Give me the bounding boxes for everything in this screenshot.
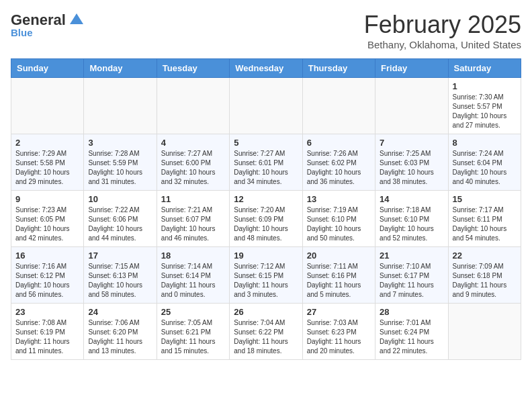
weekday-header-sunday: Sunday bbox=[11, 59, 84, 78]
day-number: 3 bbox=[88, 138, 152, 148]
calendar-cell bbox=[84, 78, 157, 134]
day-info: Sunrise: 7:12 AM Sunset: 6:15 PM Dayligh… bbox=[234, 262, 298, 300]
calendar-cell: 17Sunrise: 7:15 AM Sunset: 6:13 PM Dayli… bbox=[84, 247, 157, 304]
day-info: Sunrise: 7:25 AM Sunset: 6:03 PM Dayligh… bbox=[380, 149, 443, 187]
day-number: 10 bbox=[88, 194, 152, 204]
calendar-cell: 22Sunrise: 7:09 AM Sunset: 6:18 PM Dayli… bbox=[448, 247, 521, 304]
day-info: Sunrise: 7:08 AM Sunset: 6:19 PM Dayligh… bbox=[15, 318, 79, 356]
weekday-header-saturday: Saturday bbox=[448, 59, 521, 78]
day-number: 9 bbox=[15, 194, 79, 204]
day-number: 5 bbox=[234, 138, 298, 148]
calendar-cell: 5Sunrise: 7:27 AM Sunset: 6:01 PM Daylig… bbox=[230, 134, 302, 191]
weekday-header-thursday: Thursday bbox=[302, 59, 375, 78]
week-row-5: 23Sunrise: 7:08 AM Sunset: 6:19 PM Dayli… bbox=[11, 304, 521, 360]
calendar-cell: 6Sunrise: 7:26 AM Sunset: 6:02 PM Daylig… bbox=[302, 134, 375, 191]
week-row-1: 1Sunrise: 7:30 AM Sunset: 5:57 PM Daylig… bbox=[11, 78, 521, 134]
location: Bethany, Oklahoma, United States bbox=[364, 39, 521, 50]
day-number: 20 bbox=[307, 250, 371, 261]
day-number: 16 bbox=[15, 250, 79, 261]
title-block: February 2025 Bethany, Oklahoma, United … bbox=[364, 11, 521, 50]
calendar-cell: 16Sunrise: 7:16 AM Sunset: 6:12 PM Dayli… bbox=[11, 247, 84, 304]
calendar-cell bbox=[302, 78, 375, 134]
day-info: Sunrise: 7:19 AM Sunset: 6:10 PM Dayligh… bbox=[307, 205, 371, 243]
calendar-cell bbox=[11, 78, 84, 134]
day-number: 26 bbox=[234, 307, 298, 317]
day-number: 27 bbox=[307, 307, 371, 317]
calendar-cell: 19Sunrise: 7:12 AM Sunset: 6:15 PM Dayli… bbox=[230, 247, 302, 304]
weekday-header-row: SundayMondayTuesdayWednesdayThursdayFrid… bbox=[11, 59, 521, 78]
day-number: 6 bbox=[307, 138, 371, 148]
calendar-cell: 4Sunrise: 7:27 AM Sunset: 6:00 PM Daylig… bbox=[157, 134, 229, 191]
day-info: Sunrise: 7:03 AM Sunset: 6:23 PM Dayligh… bbox=[307, 318, 371, 356]
calendar-cell: 2Sunrise: 7:29 AM Sunset: 5:58 PM Daylig… bbox=[11, 134, 84, 191]
weekday-header-wednesday: Wednesday bbox=[230, 59, 302, 78]
day-info: Sunrise: 7:17 AM Sunset: 6:11 PM Dayligh… bbox=[453, 205, 517, 243]
day-info: Sunrise: 7:05 AM Sunset: 6:21 PM Dayligh… bbox=[161, 318, 225, 356]
calendar-cell: 3Sunrise: 7:28 AM Sunset: 5:59 PM Daylig… bbox=[84, 134, 157, 191]
calendar-cell: 20Sunrise: 7:11 AM Sunset: 6:16 PM Dayli… bbox=[302, 247, 375, 304]
day-info: Sunrise: 7:23 AM Sunset: 6:05 PM Dayligh… bbox=[15, 205, 79, 243]
calendar-cell: 27Sunrise: 7:03 AM Sunset: 6:23 PM Dayli… bbox=[302, 304, 375, 360]
day-number: 1 bbox=[453, 81, 517, 91]
calendar-cell: 7Sunrise: 7:25 AM Sunset: 6:03 PM Daylig… bbox=[375, 134, 448, 191]
day-number: 2 bbox=[15, 138, 79, 148]
calendar-cell: 28Sunrise: 7:01 AM Sunset: 6:24 PM Dayli… bbox=[375, 304, 448, 360]
calendar-cell: 14Sunrise: 7:18 AM Sunset: 6:10 PM Dayli… bbox=[375, 191, 448, 247]
day-info: Sunrise: 7:21 AM Sunset: 6:07 PM Dayligh… bbox=[161, 205, 225, 243]
day-number: 28 bbox=[380, 307, 443, 317]
calendar-cell bbox=[375, 78, 448, 134]
day-number: 15 bbox=[453, 194, 517, 204]
calendar-cell: 8Sunrise: 7:24 AM Sunset: 6:04 PM Daylig… bbox=[448, 134, 521, 191]
weekday-header-monday: Monday bbox=[84, 59, 157, 78]
calendar-cell: 9Sunrise: 7:23 AM Sunset: 6:05 PM Daylig… bbox=[11, 191, 84, 247]
month-title: February 2025 bbox=[364, 11, 521, 39]
day-info: Sunrise: 7:01 AM Sunset: 6:24 PM Dayligh… bbox=[380, 318, 443, 356]
calendar-cell: 1Sunrise: 7:30 AM Sunset: 5:57 PM Daylig… bbox=[448, 78, 521, 134]
calendar-cell: 11Sunrise: 7:21 AM Sunset: 6:07 PM Dayli… bbox=[157, 191, 229, 247]
day-number: 12 bbox=[234, 194, 298, 204]
logo-icon bbox=[67, 11, 86, 30]
day-info: Sunrise: 7:24 AM Sunset: 6:04 PM Dayligh… bbox=[453, 149, 517, 187]
calendar-cell: 15Sunrise: 7:17 AM Sunset: 6:11 PM Dayli… bbox=[448, 191, 521, 247]
svg-marker-0 bbox=[70, 13, 83, 24]
day-info: Sunrise: 7:06 AM Sunset: 6:20 PM Dayligh… bbox=[88, 318, 152, 356]
calendar-cell: 25Sunrise: 7:05 AM Sunset: 6:21 PM Dayli… bbox=[157, 304, 229, 360]
day-number: 22 bbox=[453, 250, 517, 261]
day-number: 11 bbox=[161, 194, 225, 204]
day-number: 13 bbox=[307, 194, 371, 204]
day-number: 23 bbox=[15, 307, 79, 317]
calendar-cell: 10Sunrise: 7:22 AM Sunset: 6:06 PM Dayli… bbox=[84, 191, 157, 247]
day-number: 17 bbox=[88, 250, 152, 261]
week-row-2: 2Sunrise: 7:29 AM Sunset: 5:58 PM Daylig… bbox=[11, 134, 521, 191]
day-info: Sunrise: 7:15 AM Sunset: 6:13 PM Dayligh… bbox=[88, 262, 152, 300]
day-number: 8 bbox=[453, 138, 517, 148]
day-info: Sunrise: 7:27 AM Sunset: 6:00 PM Dayligh… bbox=[161, 149, 225, 187]
calendar-cell: 21Sunrise: 7:10 AM Sunset: 6:17 PM Dayli… bbox=[375, 247, 448, 304]
calendar-cell: 23Sunrise: 7:08 AM Sunset: 6:19 PM Dayli… bbox=[11, 304, 84, 360]
day-info: Sunrise: 7:10 AM Sunset: 6:17 PM Dayligh… bbox=[380, 262, 443, 300]
page-header: General Blue February 2025 Bethany, Okla… bbox=[11, 11, 521, 50]
logo-blue: Blue bbox=[11, 27, 33, 38]
logo: General Blue bbox=[11, 11, 86, 38]
day-info: Sunrise: 7:14 AM Sunset: 6:14 PM Dayligh… bbox=[161, 262, 225, 300]
calendar-table: SundayMondayTuesdayWednesdayThursdayFrid… bbox=[11, 58, 521, 360]
day-info: Sunrise: 7:29 AM Sunset: 5:58 PM Dayligh… bbox=[15, 149, 79, 187]
calendar-cell bbox=[230, 78, 302, 134]
weekday-header-friday: Friday bbox=[375, 59, 448, 78]
day-number: 24 bbox=[88, 307, 152, 317]
day-info: Sunrise: 7:16 AM Sunset: 6:12 PM Dayligh… bbox=[15, 262, 79, 300]
day-number: 4 bbox=[161, 138, 225, 148]
week-row-3: 9Sunrise: 7:23 AM Sunset: 6:05 PM Daylig… bbox=[11, 191, 521, 247]
day-info: Sunrise: 7:09 AM Sunset: 6:18 PM Dayligh… bbox=[453, 262, 517, 300]
calendar-cell: 12Sunrise: 7:20 AM Sunset: 6:09 PM Dayli… bbox=[230, 191, 302, 247]
day-number: 25 bbox=[161, 307, 225, 317]
day-number: 7 bbox=[380, 138, 443, 148]
day-info: Sunrise: 7:04 AM Sunset: 6:22 PM Dayligh… bbox=[234, 318, 298, 356]
week-row-4: 16Sunrise: 7:16 AM Sunset: 6:12 PM Dayli… bbox=[11, 247, 521, 304]
day-info: Sunrise: 7:28 AM Sunset: 5:59 PM Dayligh… bbox=[88, 149, 152, 187]
day-number: 14 bbox=[380, 194, 443, 204]
calendar-cell bbox=[448, 304, 521, 360]
day-number: 21 bbox=[380, 250, 443, 261]
day-info: Sunrise: 7:20 AM Sunset: 6:09 PM Dayligh… bbox=[234, 205, 298, 243]
day-info: Sunrise: 7:27 AM Sunset: 6:01 PM Dayligh… bbox=[234, 149, 298, 187]
